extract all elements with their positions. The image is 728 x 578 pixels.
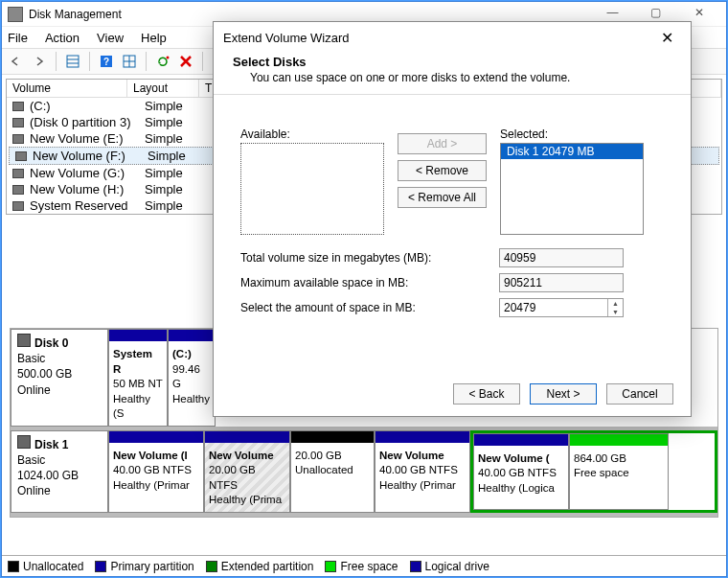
help-icon[interactable]: ? [96,51,117,72]
extend-volume-wizard: Extend Volume Wizard ✕ Select Disks You … [213,21,692,417]
back-button[interactable]: < Back [453,383,520,405]
spinner-icon[interactable]: ▲▼ [607,299,623,316]
volume-name: New Volume (G:) [30,166,145,180]
total-size-field [499,248,624,267]
max-space-label: Maximum available space in MB: [240,276,499,289]
drive-icon [12,118,24,127]
volume-layout: Simple [148,149,219,163]
partition[interactable]: 864.00 GBFree space [569,433,669,510]
legend-item: Primary partition [95,560,193,573]
list-icon[interactable] [62,51,83,72]
menu-action[interactable]: Action [45,31,80,45]
select-space-label: Select the amount of space in MB: [240,301,499,314]
svg-text:?: ? [103,57,109,67]
delete-icon[interactable] [175,51,196,72]
legend-item: Logical drive [410,560,489,573]
legend: UnallocatedPrimary partitionExtended par… [2,555,726,576]
volume-layout: Simple [145,131,216,146]
back-icon[interactable] [6,51,27,72]
total-size-label: Total volume size in megabytes (MB): [240,251,499,265]
selected-listbox[interactable]: Disk 1 20479 MB [500,143,644,235]
menu-help[interactable]: Help [141,31,167,45]
legend-item: Extended partition [206,560,314,573]
partition[interactable]: New Volume (I40.00 GB NTFSHealthy (Prima… [108,430,204,513]
volume-layout: Simple [145,198,216,213]
max-space-field [499,273,624,292]
disk-icon [17,435,31,449]
volume-layout: Simple [145,166,216,180]
disk-info[interactable]: Disk 0Basic500.00 GBOnline [11,329,108,427]
grid-icon[interactable] [119,51,140,72]
volume-name: New Volume (E:) [30,131,145,146]
app-icon [8,7,23,22]
add-button[interactable]: Add > [398,133,487,154]
available-label: Available: [240,127,384,141]
dialog-title: Extend Volume Wizard [223,31,350,45]
extended-partition-group: New Volume (40.00 GB NTFSHealthy (Logica… [470,430,717,513]
partition[interactable]: (C:)99.46 GHealthy [168,329,216,427]
partition[interactable]: 20.00 GBUnallocated [290,430,375,513]
cancel-button[interactable]: Cancel [606,383,673,405]
window-title: Disk Management [29,8,591,21]
drive-icon [15,151,27,161]
volume-name: (Disk 0 partition 3) [30,115,145,129]
select-space-field[interactable] [499,298,624,317]
remove-all-button[interactable]: < Remove All [398,187,487,208]
volume-name: System Reserved [30,198,145,213]
forward-icon[interactable] [29,51,50,72]
disk-icon [17,334,31,347]
drive-icon [12,185,24,195]
drive-icon [12,134,24,144]
volume-name: (C:) [30,99,145,113]
svg-rect-0 [67,56,79,67]
volume-layout: Simple [145,99,216,113]
disk-management-window: Disk Management — ▢ ✕ File Action View H… [1,1,727,577]
col-volume[interactable]: Volume [7,80,127,97]
volume-layout: Simple [145,115,216,129]
partition[interactable]: New Volume (40.00 GB NTFSHealthy (Logica [473,433,569,510]
remove-button[interactable]: < Remove [398,160,487,181]
volume-layout: Simple [145,182,216,197]
menu-view[interactable]: View [97,31,124,45]
disk-info[interactable]: Disk 1Basic1024.00 GBOnline [11,430,108,513]
next-button[interactable]: Next > [530,383,597,405]
drive-icon [12,169,24,178]
partition[interactable]: System R50 MB NTHealthy (S [108,329,168,427]
drive-icon [12,201,24,211]
dialog-heading: Select Disks [233,55,671,69]
available-listbox[interactable] [240,143,384,235]
volume-name: New Volume (F:) [33,149,148,163]
partition[interactable]: New Volume40.00 GB NTFSHealthy (Primar [375,430,470,513]
selected-label: Selected: [500,127,644,141]
menu-file[interactable]: File [8,31,28,45]
legend-item: Unallocated [8,560,83,573]
dialog-close-icon[interactable]: ✕ [652,29,681,47]
svg-point-8 [167,57,170,59]
drive-icon [12,102,24,111]
partition[interactable]: New Volume20.00 GB NTFSHealthy (Prima [204,430,290,513]
volume-name: New Volume (H:) [30,182,145,197]
selected-item[interactable]: Disk 1 20479 MB [501,144,643,159]
dialog-subtext: You can use space on one or more disks t… [250,71,671,84]
col-layout[interactable]: Layout [127,80,199,97]
refresh-icon[interactable] [152,51,173,72]
legend-item: Free space [325,560,398,573]
